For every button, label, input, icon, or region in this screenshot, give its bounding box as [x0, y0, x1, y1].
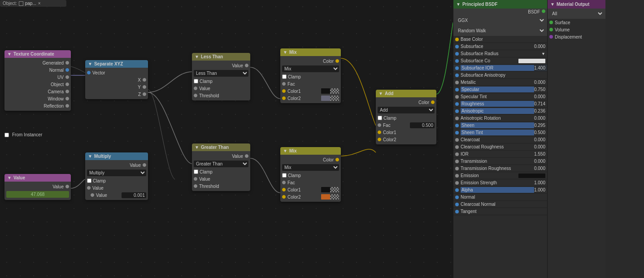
socket-multiply-val-in[interactable]	[91, 193, 94, 197]
socket-mat-volume[interactable]	[549, 28, 553, 31]
mix1-node[interactable]: ▼ Mix Color Mix Clamp Fac	[280, 48, 341, 103]
socket-normal-out[interactable]	[65, 68, 69, 72]
less-than-dropdown-row[interactable]: Less Than	[192, 69, 250, 78]
add-dropdown[interactable]: Add	[378, 107, 435, 113]
socket-anisotropic[interactable]	[455, 109, 459, 113]
socket-transmission[interactable]	[455, 160, 459, 163]
multiply-value-field[interactable]: 0.001	[122, 192, 146, 198]
socket-add-fac-in[interactable]	[378, 123, 381, 127]
socket-sheen-tint[interactable]	[455, 131, 459, 135]
socket-object-out[interactable]	[65, 83, 69, 86]
separate-xyz-header[interactable]: ▼ Separate XYZ	[85, 60, 148, 68]
socket-mat-displacement[interactable]	[549, 35, 553, 39]
multiply-dropdown[interactable]: Multiply	[87, 169, 146, 176]
socket-multiply-in[interactable]	[87, 186, 91, 190]
socket-alpha[interactable]	[455, 188, 459, 192]
multiply-node[interactable]: ▼ Multiply Value Multiply Clamp Value	[85, 152, 148, 200]
socket-metallic[interactable]	[455, 81, 459, 84]
mix2-dropdown[interactable]: Mix	[282, 164, 339, 171]
add-dropdown-row[interactable]: Add	[376, 106, 436, 114]
material-output-dropdown-row[interactable]: All	[548, 9, 605, 19]
mix2-header[interactable]: ▼ Mix	[280, 147, 341, 155]
socket-greater-than-out[interactable]	[245, 154, 248, 158]
socket-greater-than-threshold-in[interactable]	[194, 184, 197, 188]
mix1-dropdown-row[interactable]: Mix	[280, 65, 341, 73]
socket-y-out[interactable]	[143, 85, 146, 89]
socket-subsurface-ior[interactable]	[455, 66, 459, 70]
socket-greater-than-val-in[interactable]	[194, 177, 197, 181]
socket-subsurface[interactable]	[455, 45, 459, 48]
socket-subsurface-co[interactable]	[455, 59, 459, 63]
socket-clearcoat-roughness[interactable]	[455, 145, 459, 149]
socket-camera-out[interactable]	[65, 90, 69, 93]
bsdf-panel-header[interactable]: ▼ Principled BSDF	[453, 0, 547, 9]
socket-mix1-fac-in[interactable]	[282, 82, 286, 86]
socket-window-out[interactable]	[65, 97, 69, 100]
value-display[interactable]: 47.068	[6, 191, 69, 198]
socket-less-than-threshold-in[interactable]	[194, 94, 197, 97]
socket-vector-in[interactable]	[87, 71, 91, 74]
add-fac-value[interactable]: 0.500	[410, 122, 435, 128]
socket-multiply-out[interactable]	[143, 163, 146, 167]
mix1-dropdown[interactable]: Mix	[282, 65, 339, 72]
socket-mix2-color1-in[interactable]	[282, 188, 286, 191]
socket-emission-strength[interactable]	[455, 181, 459, 185]
greater-than-node[interactable]: ▼ Greater Than Value Greater Than Clamp …	[192, 143, 250, 191]
greater-than-dropdown-row[interactable]: Greater Than	[192, 160, 250, 168]
socket-normal[interactable]	[455, 195, 459, 199]
separate-xyz-node[interactable]: ▼ Separate XYZ Vector X Y Z	[85, 60, 148, 99]
bsdf-random-walk-dropdown[interactable]: Random Walk	[455, 27, 545, 35]
socket-clearcoat[interactable]	[455, 138, 459, 142]
socket-mix2-color2-in[interactable]	[282, 195, 286, 199]
add-node[interactable]: ▼ Add Color Add Clamp Fac 0.500	[376, 90, 436, 144]
socket-add-out[interactable]	[431, 100, 435, 104]
socket-z-out[interactable]	[143, 92, 146, 96]
mix1-color2-swatch[interactable]	[321, 96, 330, 101]
multiply-clamp-checkbox[interactable]	[87, 178, 91, 183]
socket-sheen[interactable]	[455, 124, 459, 127]
node-editor-canvas[interactable]: ▼ Texture Coordinate Generated Normal UV…	[0, 0, 453, 278]
multiply-header[interactable]: ▼ Multiply	[85, 152, 148, 160]
value-node[interactable]: ▼ Value Value 47.068	[4, 174, 71, 200]
less-than-node[interactable]: ▼ Less Than Value Less Than Clamp Value	[192, 53, 250, 100]
socket-value-out[interactable]	[65, 185, 69, 188]
socket-x-out[interactable]	[143, 78, 146, 82]
bsdf-ggx-dropdown[interactable]: GGX	[455, 17, 545, 24]
socket-base-color[interactable]	[455, 38, 459, 41]
value-header[interactable]: ▼ Value	[4, 174, 71, 182]
texture-coordinate-node[interactable]: ▼ Texture Coordinate Generated Normal UV…	[4, 50, 71, 111]
bsdf-ggx-row[interactable]: GGX	[453, 15, 547, 26]
socket-mix1-color2-in[interactable]	[282, 96, 286, 100]
mix2-color2-swatch[interactable]	[321, 194, 330, 200]
less-than-clamp[interactable]	[194, 79, 198, 83]
socket-add-color2-in[interactable]	[378, 138, 381, 141]
socket-ior[interactable]	[455, 152, 459, 156]
socket-transmission-roughness[interactable]	[455, 167, 459, 170]
multiply-dropdown-row[interactable]: Multiply	[85, 169, 148, 177]
object-close-icon[interactable]: ×	[38, 1, 41, 6]
socket-generated-out[interactable]	[65, 61, 69, 65]
socket-clearcoat-normal[interactable]	[455, 203, 459, 206]
mix1-header[interactable]: ▼ Mix	[280, 48, 341, 56]
less-than-header[interactable]: ▼ Less Than	[192, 53, 250, 61]
socket-mix2-fac-in[interactable]	[282, 181, 286, 184]
greater-than-header[interactable]: ▼ Greater Than	[192, 143, 250, 151]
socket-subsurface-radius[interactable]	[455, 52, 459, 56]
socket-uv-out[interactable]	[65, 75, 69, 79]
mix2-color1-swatch[interactable]	[321, 187, 330, 192]
mix1-clamp[interactable]	[282, 74, 287, 79]
socket-emission[interactable]	[455, 174, 459, 178]
from-instancer-checkbox[interactable]	[4, 133, 9, 137]
socket-less-than-out[interactable]	[245, 64, 248, 67]
greater-than-dropdown[interactable]: Greater Than	[194, 161, 248, 167]
mix1-color1-swatch[interactable]	[321, 88, 330, 94]
texture-coordinate-header[interactable]: ▼ Texture Coordinate	[4, 50, 71, 58]
socket-bsdf-out[interactable]	[542, 9, 545, 13]
material-output-dropdown[interactable]: All	[549, 10, 604, 17]
add-clamp[interactable]	[378, 116, 382, 120]
bsdf-random-walk-row[interactable]: Random Walk	[453, 26, 547, 36]
socket-tangent[interactable]	[455, 210, 459, 213]
less-than-dropdown[interactable]: Less Than	[194, 70, 248, 77]
socket-mix1-out[interactable]	[335, 59, 339, 63]
greater-than-clamp[interactable]	[194, 169, 198, 174]
